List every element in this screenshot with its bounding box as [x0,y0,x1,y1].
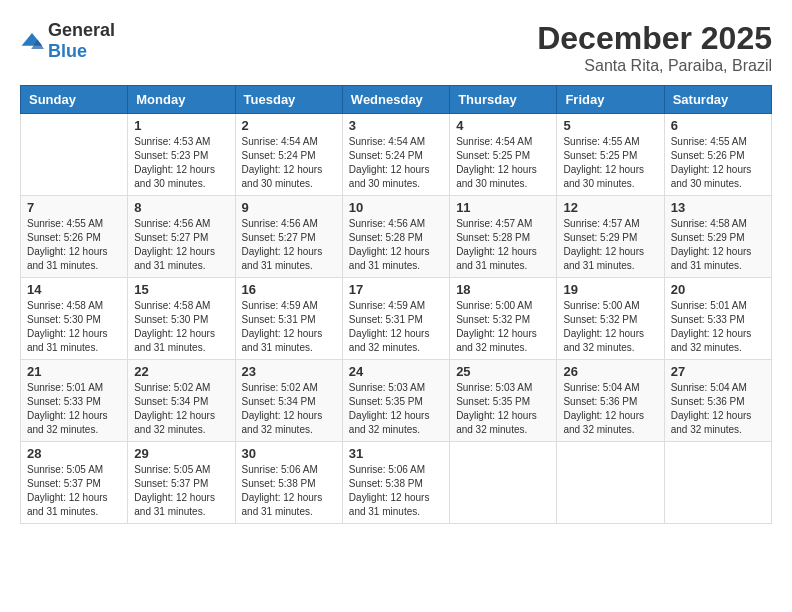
logo-general: General [48,20,115,40]
day-number: 23 [242,364,336,379]
calendar-cell: 17Sunrise: 4:59 AM Sunset: 5:31 PM Dayli… [342,278,449,360]
day-info: Sunrise: 5:02 AM Sunset: 5:34 PM Dayligh… [242,381,336,437]
day-info: Sunrise: 4:58 AM Sunset: 5:30 PM Dayligh… [27,299,121,355]
day-number: 26 [563,364,657,379]
calendar-cell: 4Sunrise: 4:54 AM Sunset: 5:25 PM Daylig… [450,114,557,196]
header-saturday: Saturday [664,86,771,114]
day-number: 1 [134,118,228,133]
calendar-cell: 2Sunrise: 4:54 AM Sunset: 5:24 PM Daylig… [235,114,342,196]
day-info: Sunrise: 4:54 AM Sunset: 5:25 PM Dayligh… [456,135,550,191]
calendar-cell: 27Sunrise: 5:04 AM Sunset: 5:36 PM Dayli… [664,360,771,442]
calendar-cell: 22Sunrise: 5:02 AM Sunset: 5:34 PM Dayli… [128,360,235,442]
day-info: Sunrise: 4:56 AM Sunset: 5:27 PM Dayligh… [242,217,336,273]
day-info: Sunrise: 5:00 AM Sunset: 5:32 PM Dayligh… [456,299,550,355]
day-number: 18 [456,282,550,297]
calendar-cell: 19Sunrise: 5:00 AM Sunset: 5:32 PM Dayli… [557,278,664,360]
calendar-cell: 24Sunrise: 5:03 AM Sunset: 5:35 PM Dayli… [342,360,449,442]
day-info: Sunrise: 4:57 AM Sunset: 5:28 PM Dayligh… [456,217,550,273]
day-info: Sunrise: 4:58 AM Sunset: 5:29 PM Dayligh… [671,217,765,273]
title-area: December 2025 Santa Rita, Paraiba, Brazi… [537,20,772,75]
logo-icon [20,31,44,51]
calendar-cell: 30Sunrise: 5:06 AM Sunset: 5:38 PM Dayli… [235,442,342,524]
day-info: Sunrise: 5:06 AM Sunset: 5:38 PM Dayligh… [349,463,443,519]
calendar-cell: 7Sunrise: 4:55 AM Sunset: 5:26 PM Daylig… [21,196,128,278]
calendar-cell: 31Sunrise: 5:06 AM Sunset: 5:38 PM Dayli… [342,442,449,524]
calendar-cell [21,114,128,196]
calendar-week-row: 14Sunrise: 4:58 AM Sunset: 5:30 PM Dayli… [21,278,772,360]
day-number: 11 [456,200,550,215]
calendar-cell: 29Sunrise: 5:05 AM Sunset: 5:37 PM Dayli… [128,442,235,524]
calendar-cell: 9Sunrise: 4:56 AM Sunset: 5:27 PM Daylig… [235,196,342,278]
day-number: 2 [242,118,336,133]
day-info: Sunrise: 4:54 AM Sunset: 5:24 PM Dayligh… [242,135,336,191]
day-number: 28 [27,446,121,461]
calendar-cell: 21Sunrise: 5:01 AM Sunset: 5:33 PM Dayli… [21,360,128,442]
day-info: Sunrise: 4:59 AM Sunset: 5:31 PM Dayligh… [242,299,336,355]
calendar-cell [450,442,557,524]
calendar-cell: 15Sunrise: 4:58 AM Sunset: 5:30 PM Dayli… [128,278,235,360]
day-info: Sunrise: 5:02 AM Sunset: 5:34 PM Dayligh… [134,381,228,437]
day-number: 22 [134,364,228,379]
day-number: 16 [242,282,336,297]
day-number: 25 [456,364,550,379]
day-number: 5 [563,118,657,133]
day-info: Sunrise: 4:55 AM Sunset: 5:26 PM Dayligh… [27,217,121,273]
day-number: 14 [27,282,121,297]
day-number: 3 [349,118,443,133]
calendar-cell: 18Sunrise: 5:00 AM Sunset: 5:32 PM Dayli… [450,278,557,360]
day-info: Sunrise: 5:03 AM Sunset: 5:35 PM Dayligh… [349,381,443,437]
header-friday: Friday [557,86,664,114]
page-header: General Blue December 2025 Santa Rita, P… [20,20,772,75]
day-number: 30 [242,446,336,461]
day-info: Sunrise: 4:55 AM Sunset: 5:26 PM Dayligh… [671,135,765,191]
day-number: 29 [134,446,228,461]
day-info: Sunrise: 4:54 AM Sunset: 5:24 PM Dayligh… [349,135,443,191]
day-number: 13 [671,200,765,215]
day-info: Sunrise: 5:06 AM Sunset: 5:38 PM Dayligh… [242,463,336,519]
calendar-cell: 12Sunrise: 4:57 AM Sunset: 5:29 PM Dayli… [557,196,664,278]
day-number: 15 [134,282,228,297]
header-tuesday: Tuesday [235,86,342,114]
calendar-cell [557,442,664,524]
day-info: Sunrise: 5:05 AM Sunset: 5:37 PM Dayligh… [27,463,121,519]
day-number: 8 [134,200,228,215]
calendar-cell: 25Sunrise: 5:03 AM Sunset: 5:35 PM Dayli… [450,360,557,442]
day-info: Sunrise: 4:53 AM Sunset: 5:23 PM Dayligh… [134,135,228,191]
day-number: 27 [671,364,765,379]
day-info: Sunrise: 5:01 AM Sunset: 5:33 PM Dayligh… [27,381,121,437]
day-number: 21 [27,364,121,379]
calendar-cell: 23Sunrise: 5:02 AM Sunset: 5:34 PM Dayli… [235,360,342,442]
calendar-header-row: SundayMondayTuesdayWednesdayThursdayFrid… [21,86,772,114]
calendar-cell: 26Sunrise: 5:04 AM Sunset: 5:36 PM Dayli… [557,360,664,442]
calendar-cell: 5Sunrise: 4:55 AM Sunset: 5:25 PM Daylig… [557,114,664,196]
calendar-cell: 16Sunrise: 4:59 AM Sunset: 5:31 PM Dayli… [235,278,342,360]
day-info: Sunrise: 4:56 AM Sunset: 5:28 PM Dayligh… [349,217,443,273]
day-info: Sunrise: 5:04 AM Sunset: 5:36 PM Dayligh… [563,381,657,437]
calendar-cell: 1Sunrise: 4:53 AM Sunset: 5:23 PM Daylig… [128,114,235,196]
header-wednesday: Wednesday [342,86,449,114]
calendar-cell: 14Sunrise: 4:58 AM Sunset: 5:30 PM Dayli… [21,278,128,360]
day-info: Sunrise: 4:57 AM Sunset: 5:29 PM Dayligh… [563,217,657,273]
day-info: Sunrise: 5:01 AM Sunset: 5:33 PM Dayligh… [671,299,765,355]
day-number: 4 [456,118,550,133]
day-info: Sunrise: 4:58 AM Sunset: 5:30 PM Dayligh… [134,299,228,355]
calendar-cell: 11Sunrise: 4:57 AM Sunset: 5:28 PM Dayli… [450,196,557,278]
day-number: 6 [671,118,765,133]
day-number: 10 [349,200,443,215]
location-subtitle: Santa Rita, Paraiba, Brazil [537,57,772,75]
day-number: 7 [27,200,121,215]
day-info: Sunrise: 5:05 AM Sunset: 5:37 PM Dayligh… [134,463,228,519]
calendar-cell: 3Sunrise: 4:54 AM Sunset: 5:24 PM Daylig… [342,114,449,196]
day-number: 20 [671,282,765,297]
calendar-cell: 13Sunrise: 4:58 AM Sunset: 5:29 PM Dayli… [664,196,771,278]
month-year-title: December 2025 [537,20,772,57]
day-number: 19 [563,282,657,297]
day-number: 17 [349,282,443,297]
header-sunday: Sunday [21,86,128,114]
calendar-cell: 6Sunrise: 4:55 AM Sunset: 5:26 PM Daylig… [664,114,771,196]
calendar-cell: 8Sunrise: 4:56 AM Sunset: 5:27 PM Daylig… [128,196,235,278]
calendar-cell: 10Sunrise: 4:56 AM Sunset: 5:28 PM Dayli… [342,196,449,278]
logo: General Blue [20,20,115,62]
calendar-week-row: 21Sunrise: 5:01 AM Sunset: 5:33 PM Dayli… [21,360,772,442]
day-info: Sunrise: 4:59 AM Sunset: 5:31 PM Dayligh… [349,299,443,355]
